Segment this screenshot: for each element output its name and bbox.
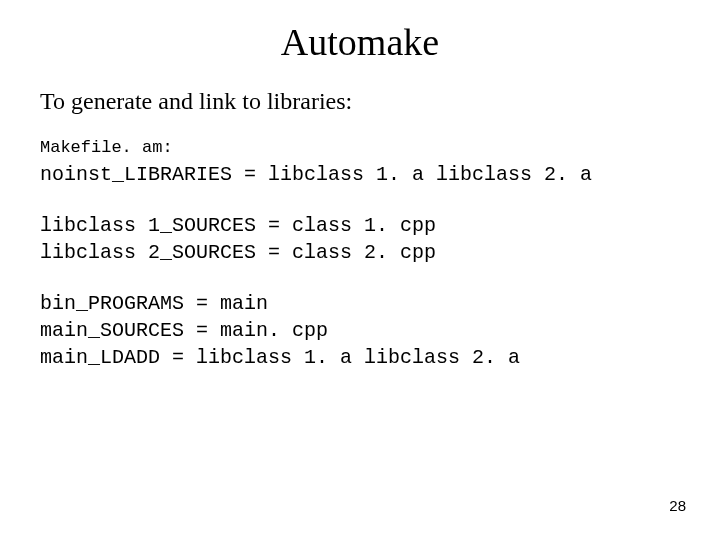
block-main: bin_PROGRAMS = main main_SOURCES = main.…	[40, 290, 680, 371]
line-bin: bin_PROGRAMS = main	[40, 290, 680, 317]
slide: Automake To generate and link to librari…	[0, 0, 720, 540]
slide-title: Automake	[40, 20, 680, 64]
block-file-label: Makefile. am: noinst_LIBRARIES = libclas…	[40, 137, 680, 188]
block-sources: libclass 1_SOURCES = class 1. cpp libcla…	[40, 212, 680, 266]
line-src1: libclass 1_SOURCES = class 1. cpp	[40, 212, 680, 239]
line-src2: libclass 2_SOURCES = class 2. cpp	[40, 239, 680, 266]
slide-subtitle: To generate and link to libraries:	[40, 88, 680, 115]
line-noinst: noinst_LIBRARIES = libclass 1. a libclas…	[40, 161, 680, 188]
page-number: 28	[669, 497, 686, 514]
line-main-src: main_SOURCES = main. cpp	[40, 317, 680, 344]
line-main-ld: main_LDADD = libclass 1. a libclass 2. a	[40, 344, 680, 371]
makefile-label: Makefile. am:	[40, 137, 680, 159]
